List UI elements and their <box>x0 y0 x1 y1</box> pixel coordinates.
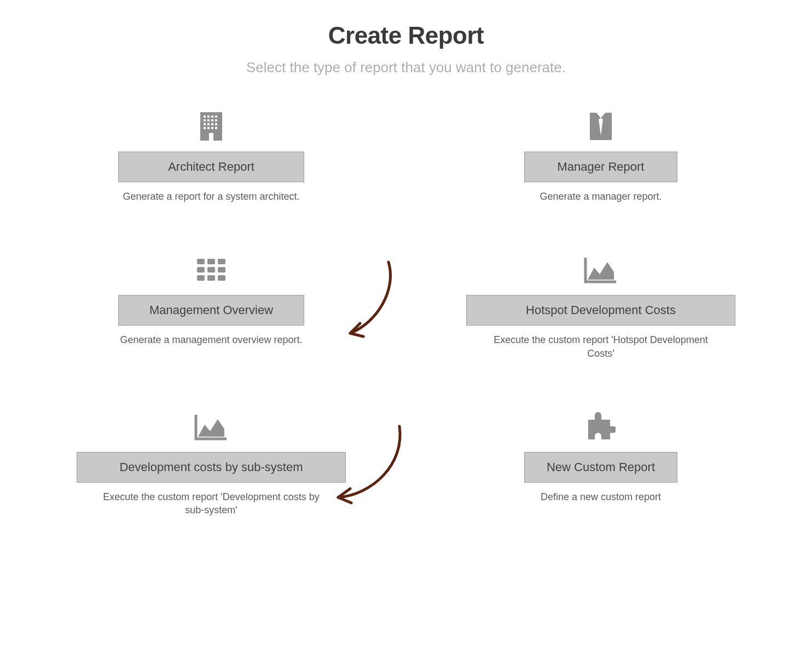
management-overview-button[interactable]: Management Overview <box>118 295 304 326</box>
svg-rect-9 <box>204 123 206 125</box>
card-management-overview: Management Overview Generate a managemen… <box>77 252 346 360</box>
architect-report-description: Generate a report for a system architect… <box>123 190 299 203</box>
manager-report-description: Generate a manager report. <box>540 190 662 203</box>
svg-rect-12 <box>215 123 217 125</box>
svg-rect-13 <box>204 127 206 129</box>
svg-rect-27 <box>218 275 225 281</box>
svg-rect-4 <box>215 115 217 118</box>
svg-rect-2 <box>207 115 210 118</box>
dev-costs-subsystem-button[interactable]: Development costs by sub-system <box>77 452 346 483</box>
card-new-custom-report: New Custom Report Define a new custom re… <box>466 409 735 517</box>
annotation-arrow-icon <box>339 257 405 344</box>
svg-rect-17 <box>209 133 213 141</box>
tie-icon <box>589 109 613 144</box>
svg-rect-8 <box>215 119 217 121</box>
svg-rect-5 <box>204 119 206 121</box>
card-hotspot-dev-costs: Hotspot Development Costs Execute the cu… <box>466 252 735 360</box>
dev-costs-subsystem-description: Execute the custom report 'Development c… <box>96 490 326 517</box>
new-custom-report-description: Define a new custom report <box>541 490 661 503</box>
page-title: Create Report <box>33 22 779 49</box>
report-card-grid: Architect Report Generate a report for a… <box>33 109 779 517</box>
hotspot-dev-costs-description: Execute the custom report 'Hotspot Devel… <box>486 333 716 360</box>
svg-rect-21 <box>218 259 225 264</box>
card-manager-report: Manager Report Generate a manager report… <box>466 109 735 203</box>
svg-rect-10 <box>207 123 210 125</box>
svg-rect-6 <box>207 119 210 121</box>
page-subtitle: Select the type of report that you want … <box>33 59 779 76</box>
svg-rect-26 <box>207 275 215 281</box>
card-architect-report: Architect Report Generate a report for a… <box>77 109 346 203</box>
card-dev-costs-subsystem: Development costs by sub-system Execute … <box>77 409 346 517</box>
svg-rect-7 <box>211 119 213 121</box>
svg-rect-24 <box>218 267 225 272</box>
hotspot-dev-costs-button[interactable]: Hotspot Development Costs <box>466 295 735 326</box>
svg-rect-14 <box>207 127 210 129</box>
building-icon <box>199 109 223 144</box>
svg-rect-22 <box>197 267 205 272</box>
svg-rect-25 <box>197 275 205 281</box>
svg-rect-15 <box>211 127 213 129</box>
svg-rect-16 <box>215 127 217 129</box>
area-chart-icon <box>194 409 229 444</box>
new-custom-report-button[interactable]: New Custom Report <box>524 452 677 483</box>
management-overview-description: Generate a management overview report. <box>120 333 302 346</box>
svg-rect-3 <box>211 115 213 118</box>
svg-rect-11 <box>211 123 213 125</box>
manager-report-button[interactable]: Manager Report <box>524 152 677 182</box>
page-header: Create Report Select the type of report … <box>33 22 779 76</box>
puzzle-icon <box>586 409 616 444</box>
svg-rect-20 <box>207 259 215 264</box>
area-chart-icon <box>583 252 618 287</box>
grid-icon <box>196 252 227 287</box>
create-report-page: Create Report Select the type of report … <box>0 0 812 538</box>
svg-rect-19 <box>197 259 205 264</box>
architect-report-button[interactable]: Architect Report <box>118 152 304 182</box>
svg-rect-23 <box>207 267 215 272</box>
svg-rect-1 <box>204 115 206 118</box>
